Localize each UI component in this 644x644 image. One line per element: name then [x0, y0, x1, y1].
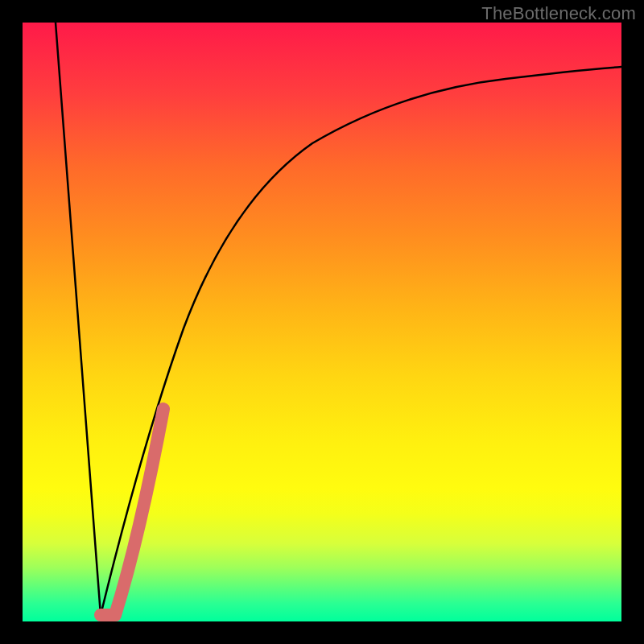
highlight-segment-line: [101, 409, 163, 615]
right-branch-line: [101, 67, 621, 615]
chart-curves: [23, 23, 621, 621]
watermark-text: TheBottleneck.com: [481, 3, 636, 24]
chart-frame: TheBottleneck.com: [0, 0, 644, 644]
left-branch-line: [56, 23, 101, 615]
